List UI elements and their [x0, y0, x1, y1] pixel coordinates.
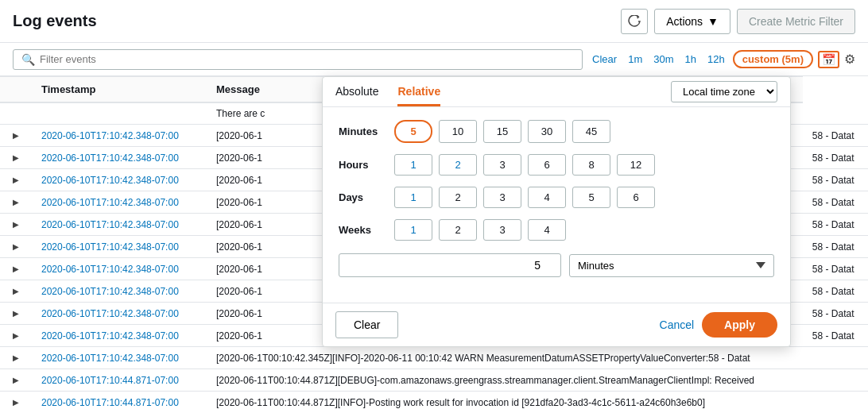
- 30m-button[interactable]: 30m: [650, 52, 676, 67]
- tab-row: Absolute Relative Local time zone UTC: [323, 77, 790, 107]
- tab-relative[interactable]: Relative: [397, 77, 440, 106]
- timestamp-link[interactable]: 2020-06-10T17:10:42.348-07:00: [41, 330, 179, 341]
- timestamp-link[interactable]: 2020-06-10T17:10:42.348-07:00: [41, 241, 179, 253]
- timestamp-link[interactable]: 2020-06-10T17:10:42.348-07:00: [41, 308, 179, 319]
- filter-bar: 🔍 Clear 1m 30m 1h 12h custom (5m) 📅 ⚙: [0, 43, 868, 76]
- hours-option-btn[interactable]: 12: [617, 154, 655, 176]
- message-text: [2020-06-1: [216, 264, 262, 275]
- message-text: [2020-06-1: [216, 219, 262, 230]
- right-col: 58 - Datat: [803, 280, 868, 303]
- relative-content: Minutes 510153045 Hours 1236812 Days 123…: [323, 107, 790, 303]
- days-option-btn[interactable]: 6: [617, 187, 655, 208]
- expand-row-button[interactable]: ▶: [10, 263, 22, 275]
- days-row: Days 123456: [339, 187, 774, 208]
- 12h-button[interactable]: 12h: [704, 52, 728, 67]
- gear-icon[interactable]: ⚙: [844, 52, 855, 67]
- action-row: Clear Cancel Apply: [323, 303, 790, 346]
- timestamp-link[interactable]: 2020-06-10T17:10:42.348-07:00: [41, 152, 179, 164]
- clear-time-button[interactable]: Clear: [589, 52, 620, 67]
- minutes-option-btn[interactable]: 45: [572, 120, 610, 143]
- hours-option-btn[interactable]: 6: [528, 154, 566, 176]
- expand-row-button[interactable]: ▶: [10, 152, 22, 164]
- minutes-option-btn[interactable]: 5: [394, 120, 432, 143]
- weeks-option-btn[interactable]: 4: [528, 219, 566, 241]
- right-col: 58 - Datat: [803, 236, 868, 258]
- relative-time-dropdown: Absolute Relative Local time zone UTC Mi…: [322, 76, 791, 347]
- right-col: 58 - Datat: [803, 147, 868, 169]
- filter-events-input[interactable]: [40, 53, 574, 65]
- expand-row-button[interactable]: ▶: [10, 396, 22, 408]
- expand-row-button[interactable]: ▶: [10, 330, 22, 341]
- weeks-label: Weeks: [339, 224, 394, 236]
- expand-row-button[interactable]: ▶: [10, 352, 22, 364]
- hours-option-btn[interactable]: 1: [394, 154, 432, 176]
- days-label: Days: [339, 191, 394, 203]
- 1h-button[interactable]: 1h: [682, 52, 699, 67]
- weeks-row: Weeks 1234: [339, 219, 774, 241]
- custom-unit-select[interactable]: Minutes Hours Days Weeks: [569, 254, 774, 277]
- days-options: 123456: [394, 187, 655, 208]
- message-text: [2020-06-1: [216, 175, 262, 186]
- timestamp-link[interactable]: 2020-06-10T17:10:42.348-07:00: [41, 175, 179, 186]
- message-cell: [2020-06-1T00:10:42.345Z][INFO]-2020-06-…: [207, 347, 803, 369]
- apply-button[interactable]: Apply: [702, 312, 777, 338]
- search-icon: 🔍: [21, 53, 35, 66]
- expand-row-button[interactable]: ▶: [10, 374, 22, 386]
- timestamp-link[interactable]: 2020-06-10T17:10:44.871-07:00: [41, 397, 179, 408]
- right-col: 58 - Datat: [803, 191, 868, 214]
- expand-row-button[interactable]: ▶: [10, 241, 22, 253]
- header-actions: Actions ▼ Create Metric Filter: [621, 9, 855, 34]
- tab-absolute[interactable]: Absolute: [335, 77, 378, 106]
- page-title: Log events: [13, 12, 621, 30]
- calendar-icon[interactable]: 📅: [818, 51, 839, 68]
- custom-number-input[interactable]: [339, 253, 561, 277]
- expand-row-button[interactable]: ▶: [10, 174, 22, 186]
- 1m-button[interactable]: 1m: [625, 52, 645, 67]
- days-option-btn[interactable]: 1: [394, 187, 432, 208]
- expand-row-button[interactable]: ▶: [10, 285, 22, 297]
- message-text: [2020-06-1: [216, 152, 262, 164]
- hours-option-btn[interactable]: 8: [572, 154, 610, 176]
- timestamp-link[interactable]: 2020-06-10T17:10:42.348-07:00: [41, 264, 179, 275]
- expand-row-button[interactable]: ▶: [10, 307, 22, 319]
- col-timestamp-header: Timestamp: [32, 77, 207, 103]
- timestamp-link[interactable]: 2020-06-10T17:10:44.871-07:00: [41, 375, 179, 386]
- refresh-button[interactable]: [621, 9, 648, 34]
- timestamp-link[interactable]: 2020-06-10T17:10:42.348-07:00: [41, 130, 179, 141]
- timestamp-link[interactable]: 2020-06-10T17:10:42.348-07:00: [41, 197, 179, 208]
- expand-row-button[interactable]: ▶: [10, 196, 22, 208]
- cancel-button[interactable]: Cancel: [660, 318, 695, 331]
- actions-button[interactable]: Actions ▼: [654, 9, 730, 34]
- minutes-options: 510153045: [394, 120, 610, 143]
- timezone-select[interactable]: Local time zone UTC: [671, 81, 777, 102]
- weeks-option-btn[interactable]: 2: [439, 219, 477, 241]
- table-row: ▶2020-06-10T17:10:42.348-07:00[2020-06-1…: [0, 347, 868, 369]
- hours-label: Hours: [339, 159, 394, 171]
- timestamp-link[interactable]: 2020-06-10T17:10:42.348-07:00: [41, 286, 179, 297]
- weeks-option-btn[interactable]: 3: [483, 219, 521, 241]
- hours-option-btn[interactable]: 3: [483, 154, 521, 176]
- time-controls: Clear 1m 30m 1h 12h custom (5m) 📅 ⚙: [589, 50, 855, 68]
- clear-button[interactable]: Clear: [335, 311, 398, 338]
- expand-row-button[interactable]: ▶: [10, 129, 22, 141]
- message-text: [2020-06-1: [216, 330, 262, 341]
- minutes-label: Minutes: [339, 125, 394, 137]
- days-option-btn[interactable]: 2: [439, 187, 477, 208]
- create-metric-filter-button[interactable]: Create Metric Filter: [737, 9, 855, 34]
- right-col: 58 - Datat: [803, 169, 868, 191]
- minutes-option-btn[interactable]: 10: [439, 120, 477, 143]
- minutes-option-btn[interactable]: 15: [483, 120, 521, 143]
- days-option-btn[interactable]: 5: [572, 187, 610, 208]
- hours-option-btn[interactable]: 2: [439, 154, 477, 176]
- timestamp-link[interactable]: 2020-06-10T17:10:42.348-07:00: [41, 219, 179, 230]
- right-col: 58 - Datat: [803, 325, 868, 347]
- days-option-btn[interactable]: 3: [483, 187, 521, 208]
- hours-options: 1236812: [394, 154, 655, 176]
- minutes-option-btn[interactable]: 30: [528, 120, 566, 143]
- days-option-btn[interactable]: 4: [528, 187, 566, 208]
- weeks-option-btn[interactable]: 1: [394, 219, 432, 241]
- timestamp-link[interactable]: 2020-06-10T17:10:42.348-07:00: [41, 353, 179, 364]
- custom-time-button[interactable]: custom (5m): [733, 50, 813, 68]
- expand-row-button[interactable]: ▶: [10, 218, 22, 230]
- weeks-options: 1234: [394, 219, 566, 241]
